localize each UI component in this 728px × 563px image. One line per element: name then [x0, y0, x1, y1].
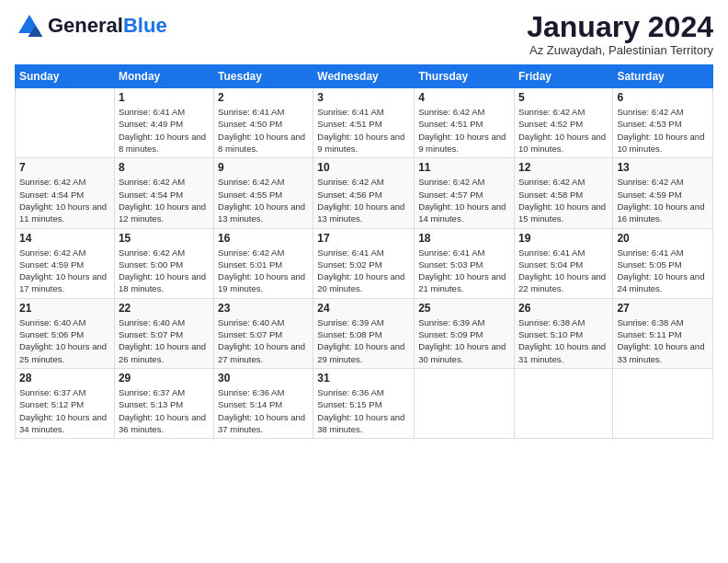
day-info: Sunrise: 6:37 AMSunset: 5:13 PMDaylight:…	[119, 386, 210, 435]
day-number: 10	[317, 161, 410, 174]
day-info: Sunrise: 6:40 AMSunset: 5:07 PMDaylight:…	[119, 316, 210, 365]
calendar-cell: 25Sunrise: 6:39 AMSunset: 5:09 PMDayligh…	[415, 298, 515, 368]
calendar-cell: 20Sunrise: 6:41 AMSunset: 5:05 PMDayligh…	[613, 228, 713, 298]
calendar-cell: 22Sunrise: 6:40 AMSunset: 5:07 PMDayligh…	[114, 298, 213, 368]
day-header-monday: Monday	[114, 65, 213, 88]
calendar-cell	[415, 368, 515, 438]
day-number: 8	[119, 161, 210, 174]
location-subtitle: Az Zuwaydah, Palestinian Territory	[527, 43, 713, 57]
day-number: 30	[218, 372, 309, 385]
calendar-cell: 3Sunrise: 6:41 AMSunset: 4:51 PMDaylight…	[313, 88, 415, 158]
day-number: 29	[119, 372, 210, 385]
calendar-cell: 24Sunrise: 6:39 AMSunset: 5:08 PMDayligh…	[313, 298, 415, 368]
day-info: Sunrise: 6:42 AMSunset: 4:54 PMDaylight:…	[119, 176, 210, 224]
day-header-friday: Friday	[514, 65, 612, 88]
calendar-week-4: 21Sunrise: 6:40 AMSunset: 5:06 PMDayligh…	[16, 298, 713, 368]
calendar-cell: 17Sunrise: 6:41 AMSunset: 5:02 PMDayligh…	[313, 228, 415, 298]
day-number: 16	[218, 232, 309, 245]
calendar-cell: 15Sunrise: 6:42 AMSunset: 5:00 PMDayligh…	[114, 228, 213, 298]
calendar-cell: 10Sunrise: 6:42 AMSunset: 4:56 PMDayligh…	[313, 158, 415, 228]
day-header-saturday: Saturday	[613, 65, 713, 88]
day-info: Sunrise: 6:38 AMSunset: 5:11 PMDaylight:…	[617, 316, 709, 365]
day-info: Sunrise: 6:41 AMSunset: 5:02 PMDaylight:…	[317, 247, 410, 295]
day-number: 4	[418, 91, 510, 104]
calendar-cell	[16, 88, 115, 158]
day-number: 31	[317, 372, 410, 385]
calendar-cell: 12Sunrise: 6:42 AMSunset: 4:58 PMDayligh…	[514, 158, 612, 228]
day-header-tuesday: Tuesday	[214, 65, 313, 88]
calendar-week-1: 1Sunrise: 6:41 AMSunset: 4:49 PMDaylight…	[16, 88, 713, 158]
day-info: Sunrise: 6:42 AMSunset: 4:59 PMDaylight:…	[19, 247, 110, 295]
day-info: Sunrise: 6:42 AMSunset: 4:54 PMDaylight:…	[19, 176, 110, 224]
day-info: Sunrise: 6:42 AMSunset: 4:53 PMDaylight:…	[617, 106, 709, 155]
day-info: Sunrise: 6:37 AMSunset: 5:12 PMDaylight:…	[19, 386, 110, 435]
page: GeneralBlue January 2024 Az Zuwaydah, Pa…	[0, 0, 728, 450]
header: GeneralBlue January 2024 Az Zuwaydah, Pa…	[15, 11, 713, 57]
day-info: Sunrise: 6:42 AMSunset: 5:00 PMDaylight:…	[119, 247, 210, 295]
day-number: 22	[119, 302, 210, 315]
calendar-cell: 8Sunrise: 6:42 AMSunset: 4:54 PMDaylight…	[114, 158, 213, 228]
logo: GeneralBlue	[15, 11, 167, 40]
calendar-cell: 13Sunrise: 6:42 AMSunset: 4:59 PMDayligh…	[613, 158, 713, 228]
day-number: 18	[418, 232, 510, 245]
day-header-wednesday: Wednesday	[313, 65, 415, 88]
calendar-cell	[514, 368, 612, 438]
calendar-cell: 2Sunrise: 6:41 AMSunset: 4:50 PMDaylight…	[214, 88, 313, 158]
calendar-cell: 5Sunrise: 6:42 AMSunset: 4:52 PMDaylight…	[514, 88, 612, 158]
calendar-cell: 27Sunrise: 6:38 AMSunset: 5:11 PMDayligh…	[613, 298, 713, 368]
logo-text: GeneralBlue	[48, 16, 167, 36]
calendar-cell: 14Sunrise: 6:42 AMSunset: 4:59 PMDayligh…	[16, 228, 115, 298]
month-title: January 2024	[527, 11, 713, 43]
calendar-cell: 18Sunrise: 6:41 AMSunset: 5:03 PMDayligh…	[415, 228, 515, 298]
day-number: 3	[317, 91, 410, 104]
calendar-cell: 4Sunrise: 6:42 AMSunset: 4:51 PMDaylight…	[415, 88, 515, 158]
title-block: January 2024 Az Zuwaydah, Palestinian Te…	[527, 11, 713, 57]
logo-icon	[15, 11, 44, 40]
day-number: 11	[418, 161, 510, 174]
calendar-week-2: 7Sunrise: 6:42 AMSunset: 4:54 PMDaylight…	[16, 158, 713, 228]
calendar: SundayMondayTuesdayWednesdayThursdayFrid…	[15, 64, 713, 439]
day-number: 23	[218, 302, 309, 315]
day-info: Sunrise: 6:39 AMSunset: 5:08 PMDaylight:…	[317, 316, 410, 365]
day-info: Sunrise: 6:42 AMSunset: 4:58 PMDaylight:…	[518, 176, 609, 224]
calendar-cell: 23Sunrise: 6:40 AMSunset: 5:07 PMDayligh…	[214, 298, 313, 368]
day-info: Sunrise: 6:36 AMSunset: 5:15 PMDaylight:…	[317, 386, 410, 435]
day-info: Sunrise: 6:42 AMSunset: 4:51 PMDaylight:…	[418, 106, 510, 155]
day-header-sunday: Sunday	[16, 65, 115, 88]
calendar-cell: 7Sunrise: 6:42 AMSunset: 4:54 PMDaylight…	[16, 158, 115, 228]
day-number: 1	[119, 91, 210, 104]
day-number: 21	[19, 302, 110, 315]
day-info: Sunrise: 6:42 AMSunset: 4:59 PMDaylight:…	[617, 176, 709, 224]
calendar-cell: 28Sunrise: 6:37 AMSunset: 5:12 PMDayligh…	[16, 368, 115, 438]
day-info: Sunrise: 6:41 AMSunset: 5:05 PMDaylight:…	[617, 247, 709, 295]
day-info: Sunrise: 6:40 AMSunset: 5:07 PMDaylight:…	[218, 316, 309, 365]
day-number: 2	[218, 91, 309, 104]
calendar-body: 1Sunrise: 6:41 AMSunset: 4:49 PMDaylight…	[16, 88, 713, 439]
day-number: 20	[617, 232, 709, 245]
day-info: Sunrise: 6:40 AMSunset: 5:06 PMDaylight:…	[19, 316, 110, 365]
calendar-cell: 26Sunrise: 6:38 AMSunset: 5:10 PMDayligh…	[514, 298, 612, 368]
calendar-cell: 30Sunrise: 6:36 AMSunset: 5:14 PMDayligh…	[214, 368, 313, 438]
day-info: Sunrise: 6:39 AMSunset: 5:09 PMDaylight:…	[418, 316, 510, 365]
calendar-cell	[613, 368, 713, 438]
calendar-cell: 29Sunrise: 6:37 AMSunset: 5:13 PMDayligh…	[114, 368, 213, 438]
day-number: 24	[317, 302, 410, 315]
day-info: Sunrise: 6:42 AMSunset: 4:55 PMDaylight:…	[218, 176, 309, 224]
day-number: 6	[617, 91, 709, 104]
day-info: Sunrise: 6:42 AMSunset: 4:57 PMDaylight:…	[418, 176, 510, 224]
day-number: 26	[518, 302, 609, 315]
day-number: 7	[19, 161, 110, 174]
calendar-cell: 31Sunrise: 6:36 AMSunset: 5:15 PMDayligh…	[313, 368, 415, 438]
day-info: Sunrise: 6:36 AMSunset: 5:14 PMDaylight:…	[218, 386, 309, 435]
calendar-header-row: SundayMondayTuesdayWednesdayThursdayFrid…	[16, 65, 713, 88]
calendar-cell: 11Sunrise: 6:42 AMSunset: 4:57 PMDayligh…	[415, 158, 515, 228]
day-info: Sunrise: 6:42 AMSunset: 5:01 PMDaylight:…	[218, 247, 309, 295]
day-number: 15	[119, 232, 210, 245]
day-info: Sunrise: 6:41 AMSunset: 5:03 PMDaylight:…	[418, 247, 510, 295]
day-number: 5	[518, 91, 609, 104]
day-info: Sunrise: 6:41 AMSunset: 4:51 PMDaylight:…	[317, 106, 410, 155]
day-number: 19	[518, 232, 609, 245]
day-number: 9	[218, 161, 309, 174]
day-number: 28	[19, 372, 110, 385]
day-header-thursday: Thursday	[415, 65, 515, 88]
